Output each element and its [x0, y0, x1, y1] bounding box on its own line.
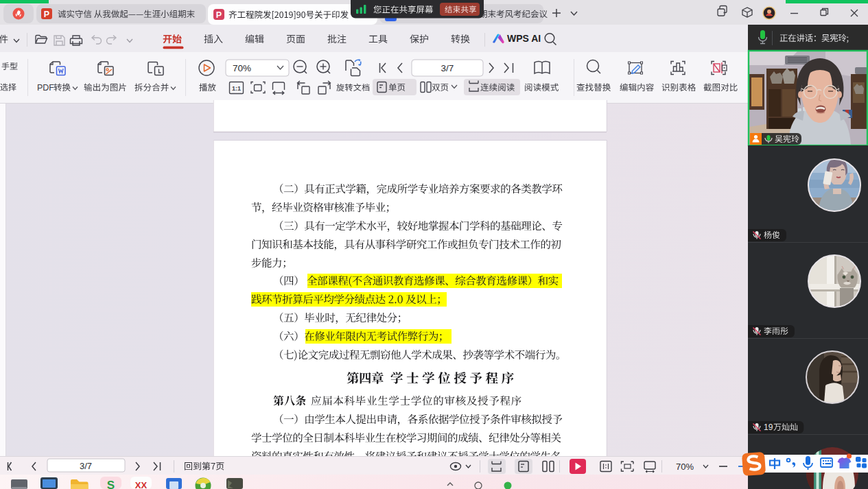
svg-text:3/7: 3/7 [80, 461, 92, 471]
svg-text:P: P [216, 10, 222, 20]
svg-text:XX: XX [135, 480, 148, 489]
svg-text:70%: 70% [233, 63, 251, 73]
svg-text:P: P [44, 10, 49, 19]
svg-text:WPS AI: WPS AI [507, 33, 541, 44]
svg-text:70%: 70% [676, 462, 694, 472]
svg-text:1:1: 1:1 [232, 85, 241, 92]
svg-text:S: S [107, 479, 115, 489]
svg-text:PDF: PDF [37, 83, 54, 93]
svg-text:3/7: 3/7 [441, 63, 454, 73]
svg-text:19: 19 [764, 422, 773, 432]
